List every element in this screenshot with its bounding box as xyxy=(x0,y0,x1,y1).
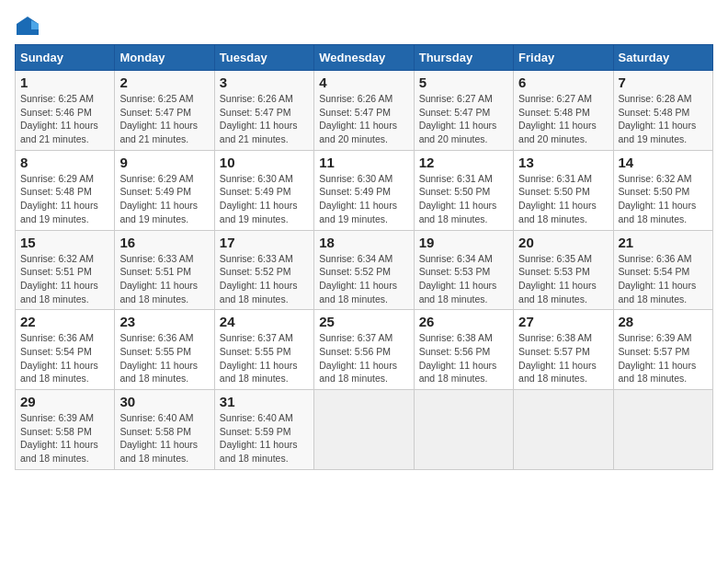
day-info: Sunrise: 6:33 AMSunset: 5:51 PMDaylight:… xyxy=(119,253,198,304)
calendar-day-cell: 6 Sunrise: 6:27 AMSunset: 5:48 PMDayligh… xyxy=(514,71,613,151)
calendar-table: SundayMondayTuesdayWednesdayThursdayFrid… xyxy=(15,44,713,470)
day-info: Sunrise: 6:25 AMSunset: 5:47 PMDaylight:… xyxy=(119,93,198,144)
calendar-day-cell: 17 Sunrise: 6:33 AMSunset: 5:52 PMDaylig… xyxy=(214,230,313,310)
day-number: 20 xyxy=(518,235,608,250)
day-number: 21 xyxy=(619,235,708,250)
calendar-day-cell: 10 Sunrise: 6:30 AMSunset: 5:49 PMDaylig… xyxy=(214,150,313,230)
day-info: Sunrise: 6:39 AMSunset: 5:58 PMDaylight:… xyxy=(20,412,98,464)
day-info: Sunrise: 6:32 AMSunset: 5:51 PMDaylight:… xyxy=(20,253,98,304)
calendar-day-cell: 19 Sunrise: 6:34 AMSunset: 5:53 PMDaylig… xyxy=(414,230,513,310)
day-number: 31 xyxy=(220,394,309,409)
day-info: Sunrise: 6:27 AMSunset: 5:47 PMDaylight:… xyxy=(419,93,497,144)
calendar-day-cell: 1 Sunrise: 6:25 AMSunset: 5:46 PMDayligh… xyxy=(16,71,115,151)
calendar-day-cell: 9 Sunrise: 6:29 AMSunset: 5:49 PMDayligh… xyxy=(115,150,214,230)
calendar-day-cell: 26 Sunrise: 6:38 AMSunset: 5:56 PMDaylig… xyxy=(414,310,513,390)
day-info: Sunrise: 6:37 AMSunset: 5:55 PMDaylight:… xyxy=(220,332,298,384)
day-number: 13 xyxy=(518,155,608,170)
calendar-week-row: 22 Sunrise: 6:36 AMSunset: 5:54 PMDaylig… xyxy=(16,310,713,390)
day-number: 15 xyxy=(20,235,109,250)
day-number: 29 xyxy=(20,394,109,409)
calendar-day-cell: 16 Sunrise: 6:33 AMSunset: 5:51 PMDaylig… xyxy=(115,230,214,310)
day-number: 27 xyxy=(518,314,608,329)
weekday-header: Sunday xyxy=(16,45,115,71)
weekday-header: Monday xyxy=(115,45,214,71)
logo-icon xyxy=(15,15,40,37)
day-number: 23 xyxy=(119,314,209,329)
day-info: Sunrise: 6:32 AMSunset: 5:50 PMDaylight:… xyxy=(619,173,697,224)
day-info: Sunrise: 6:35 AMSunset: 5:53 PMDaylight:… xyxy=(518,253,597,304)
day-number: 16 xyxy=(119,235,209,250)
day-info: Sunrise: 6:33 AMSunset: 5:52 PMDaylight:… xyxy=(220,253,298,304)
day-number: 4 xyxy=(319,75,408,90)
calendar-day-cell: 20 Sunrise: 6:35 AMSunset: 5:53 PMDaylig… xyxy=(514,230,613,310)
day-info: Sunrise: 6:26 AMSunset: 5:47 PMDaylight:… xyxy=(319,93,397,144)
day-number: 25 xyxy=(319,314,408,329)
day-info: Sunrise: 6:36 AMSunset: 5:54 PMDaylight:… xyxy=(20,332,98,384)
day-number: 3 xyxy=(220,75,309,90)
day-info: Sunrise: 6:34 AMSunset: 5:52 PMDaylight:… xyxy=(319,253,397,304)
day-number: 7 xyxy=(619,75,708,90)
day-info: Sunrise: 6:31 AMSunset: 5:50 PMDaylight:… xyxy=(518,173,597,224)
day-number: 10 xyxy=(220,155,309,170)
day-number: 22 xyxy=(20,314,109,329)
day-number: 19 xyxy=(419,235,508,250)
day-number: 9 xyxy=(119,155,209,170)
day-number: 6 xyxy=(518,75,608,90)
calendar-day-cell: 30 Sunrise: 6:40 AMSunset: 5:58 PMDaylig… xyxy=(115,390,214,470)
calendar-day-cell: 2 Sunrise: 6:25 AMSunset: 5:47 PMDayligh… xyxy=(115,71,214,151)
day-number: 11 xyxy=(319,155,408,170)
calendar-week-row: 1 Sunrise: 6:25 AMSunset: 5:46 PMDayligh… xyxy=(16,71,713,151)
day-info: Sunrise: 6:36 AMSunset: 5:55 PMDaylight:… xyxy=(119,332,198,384)
calendar-day-cell: 13 Sunrise: 6:31 AMSunset: 5:50 PMDaylig… xyxy=(514,150,613,230)
day-info: Sunrise: 6:38 AMSunset: 5:56 PMDaylight:… xyxy=(419,332,497,384)
calendar-day-cell: 31 Sunrise: 6:40 AMSunset: 5:59 PMDaylig… xyxy=(214,390,313,470)
weekday-header: Tuesday xyxy=(214,45,313,71)
day-number: 12 xyxy=(419,155,508,170)
logo xyxy=(15,15,44,37)
calendar-day-cell: 25 Sunrise: 6:37 AMSunset: 5:56 PMDaylig… xyxy=(314,310,414,390)
day-info: Sunrise: 6:30 AMSunset: 5:49 PMDaylight:… xyxy=(319,173,397,224)
day-number: 30 xyxy=(119,394,209,409)
day-info: Sunrise: 6:38 AMSunset: 5:57 PMDaylight:… xyxy=(518,332,597,384)
day-info: Sunrise: 6:34 AMSunset: 5:53 PMDaylight:… xyxy=(419,253,497,304)
calendar-week-row: 8 Sunrise: 6:29 AMSunset: 5:48 PMDayligh… xyxy=(16,150,713,230)
calendar-day-cell: 28 Sunrise: 6:39 AMSunset: 5:57 PMDaylig… xyxy=(613,310,712,390)
day-number: 5 xyxy=(419,75,508,90)
day-info: Sunrise: 6:37 AMSunset: 5:56 PMDaylight:… xyxy=(319,332,397,384)
day-info: Sunrise: 6:26 AMSunset: 5:47 PMDaylight:… xyxy=(220,93,298,144)
day-info: Sunrise: 6:28 AMSunset: 5:48 PMDaylight:… xyxy=(619,93,697,144)
calendar-day-cell: 4 Sunrise: 6:26 AMSunset: 5:47 PMDayligh… xyxy=(314,71,414,151)
day-info: Sunrise: 6:39 AMSunset: 5:57 PMDaylight:… xyxy=(619,332,697,384)
calendar-day-cell: 23 Sunrise: 6:36 AMSunset: 5:55 PMDaylig… xyxy=(115,310,214,390)
day-info: Sunrise: 6:25 AMSunset: 5:46 PMDaylight:… xyxy=(20,93,98,144)
day-number: 8 xyxy=(20,155,109,170)
calendar-day-cell: 18 Sunrise: 6:34 AMSunset: 5:52 PMDaylig… xyxy=(314,230,414,310)
weekday-header-row: SundayMondayTuesdayWednesdayThursdayFrid… xyxy=(16,45,713,71)
day-info: Sunrise: 6:30 AMSunset: 5:49 PMDaylight:… xyxy=(220,173,298,224)
day-number: 26 xyxy=(419,314,508,329)
calendar-day-cell xyxy=(414,390,513,470)
calendar-day-cell: 12 Sunrise: 6:31 AMSunset: 5:50 PMDaylig… xyxy=(414,150,513,230)
day-info: Sunrise: 6:27 AMSunset: 5:48 PMDaylight:… xyxy=(518,93,597,144)
calendar-day-cell: 27 Sunrise: 6:38 AMSunset: 5:57 PMDaylig… xyxy=(514,310,613,390)
weekday-header: Thursday xyxy=(414,45,513,71)
calendar-day-cell: 14 Sunrise: 6:32 AMSunset: 5:50 PMDaylig… xyxy=(613,150,712,230)
day-number: 1 xyxy=(20,75,109,90)
day-number: 18 xyxy=(319,235,408,250)
weekday-header: Wednesday xyxy=(314,45,414,71)
calendar-day-cell xyxy=(514,390,613,470)
day-info: Sunrise: 6:31 AMSunset: 5:50 PMDaylight:… xyxy=(419,173,497,224)
day-number: 24 xyxy=(220,314,309,329)
header xyxy=(15,15,713,37)
day-info: Sunrise: 6:29 AMSunset: 5:49 PMDaylight:… xyxy=(119,173,198,224)
calendar-day-cell: 3 Sunrise: 6:26 AMSunset: 5:47 PMDayligh… xyxy=(214,71,313,151)
weekday-header: Saturday xyxy=(613,45,712,71)
day-number: 28 xyxy=(619,314,708,329)
calendar-day-cell: 29 Sunrise: 6:39 AMSunset: 5:58 PMDaylig… xyxy=(16,390,115,470)
calendar-day-cell: 7 Sunrise: 6:28 AMSunset: 5:48 PMDayligh… xyxy=(613,71,712,151)
weekday-header: Friday xyxy=(514,45,613,71)
calendar-day-cell: 5 Sunrise: 6:27 AMSunset: 5:47 PMDayligh… xyxy=(414,71,513,151)
calendar-day-cell: 8 Sunrise: 6:29 AMSunset: 5:48 PMDayligh… xyxy=(16,150,115,230)
calendar-week-row: 15 Sunrise: 6:32 AMSunset: 5:51 PMDaylig… xyxy=(16,230,713,310)
day-number: 2 xyxy=(119,75,209,90)
